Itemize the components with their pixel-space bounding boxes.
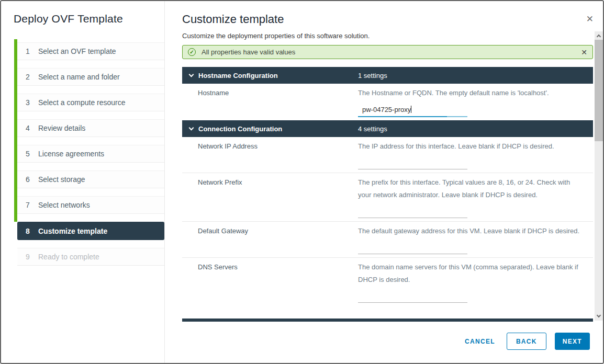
field-label: Default Gateway (182, 222, 358, 257)
form-row-default-gateway: Default GatewayThe default gateway addre… (182, 221, 593, 257)
section-title: Hostname Configuration (198, 72, 278, 79)
field-description: The Hostname or FQDN. The empty default … (358, 87, 583, 99)
chevron-up-icon (597, 35, 601, 39)
chevron-down-icon (597, 313, 601, 317)
banner-close-icon[interactable]: ✕ (581, 48, 587, 56)
footer-actions: CANCEL BACK NEXT (465, 333, 590, 350)
section-header-hostname-configuration[interactable]: Hostname Configuration1 settings (182, 67, 593, 84)
sidebar-step-customize-template[interactable]: 8Customize template (17, 222, 164, 240)
step-number: 9 (26, 253, 33, 261)
cancel-button[interactable]: CANCEL (465, 338, 495, 345)
progress-bar (14, 39, 17, 222)
close-icon[interactable]: ✕ (586, 14, 594, 25)
field-content: The IP address for this interface. Leave… (358, 137, 593, 173)
field-description: The IP address for this interface. Leave… (358, 140, 583, 153)
section-settings-count: 1 settings (358, 72, 387, 79)
sidebar-step-select-storage[interactable]: 6Select storage (17, 170, 164, 188)
field-content: The default gateway address for this VM.… (358, 222, 593, 257)
section-connection-configuration: Connection Configuration4 settingsNetwor… (182, 120, 593, 306)
network-ip-address-input[interactable] (358, 160, 467, 169)
text-caret (411, 106, 411, 113)
input-value: pw-04725-proxy (358, 104, 411, 116)
section-settings-count: 4 settings (358, 125, 387, 133)
vertical-scrollbar (595, 31, 603, 321)
sidebar-step-select-a-compute-resource[interactable]: 3Select a compute resource (17, 94, 164, 111)
step-number: 8 (26, 227, 33, 235)
field-description: The prefix for this interface. Typical v… (358, 176, 583, 201)
chevron-down-icon (189, 126, 194, 131)
step-number: 6 (26, 175, 33, 184)
sidebar-step-select-an-ovf-template[interactable]: 1Select an OVF template (17, 42, 164, 60)
step-label: Customize template (38, 227, 107, 235)
hostname-input[interactable]: pw-04725-proxy (358, 104, 467, 117)
section-title: Connection Configuration (198, 125, 282, 133)
main-header: Customize template Customize the deploym… (165, 1, 603, 40)
field-description: The default gateway address for this VM.… (358, 225, 583, 237)
field-content: The domain name servers for this VM (com… (358, 258, 593, 306)
check-circle-icon: ✓ (188, 48, 196, 56)
next-button[interactable]: NEXT (555, 333, 590, 350)
wizard-steps: 1Select an OVF template2Select a name an… (14, 42, 164, 266)
sidebar-step-select-networks[interactable]: 7Select networks (17, 196, 164, 214)
dns-servers-input[interactable] (358, 293, 467, 303)
chevron-down-icon (189, 72, 194, 77)
step-label: Select storage (38, 175, 85, 184)
scroll-down-button[interactable] (595, 312, 603, 321)
field-description: The domain name servers for this VM (com… (358, 261, 583, 286)
settings-scroll-area: ✓ All properties have valid values ✕ Hos… (182, 45, 593, 322)
scrollbar-thumb[interactable] (595, 40, 603, 141)
step-label: Select networks (38, 201, 90, 209)
scroll-up-button[interactable] (595, 31, 603, 40)
step-number: 1 (26, 47, 33, 55)
wizard-sidebar: Deploy OVF Template 1Select an OVF templ… (1, 1, 165, 363)
page-subtitle: Customize the deployment properties of t… (182, 32, 603, 40)
section-hostname-configuration: Hostname Configuration1 settingsHostname… (182, 67, 593, 120)
field-content: The Hostname or FQDN. The empty default … (358, 84, 593, 120)
form-row-dns-servers: DNS ServersThe domain name servers for t… (182, 257, 593, 306)
default-gateway-input[interactable] (358, 245, 467, 254)
step-number: 4 (26, 124, 33, 132)
step-label: Select a name and folder (38, 73, 120, 81)
field-content: The prefix for this interface. Typical v… (358, 173, 593, 221)
section-header-connection-configuration[interactable]: Connection Configuration4 settings (182, 120, 593, 137)
field-label: Hostname (182, 84, 358, 120)
form-row-hostname: HostnameThe Hostname or FQDN. The empty … (182, 84, 593, 120)
form-row-network-ip-address: Network IP AddressThe IP address for thi… (182, 137, 593, 173)
sidebar-step-ready-to-complete: 9Ready to complete (17, 248, 164, 266)
sidebar-step-license-agreements[interactable]: 5License agreements (17, 145, 164, 163)
field-label: Network Prefix (182, 173, 358, 221)
validation-banner-text: All properties have valid values (202, 48, 295, 56)
step-number: 7 (26, 201, 33, 209)
step-number: 5 (26, 150, 33, 158)
validation-banner: ✓ All properties have valid values ✕ (182, 45, 593, 59)
step-number: 2 (26, 73, 33, 81)
page-title: Customize template (182, 13, 603, 26)
dialog-title: Deploy OVF Template (14, 13, 164, 25)
form-row-network-prefix: Network PrefixThe prefix for this interf… (182, 173, 593, 221)
settings-sections: Hostname Configuration1 settingsHostname… (182, 67, 593, 306)
field-label: Network IP Address (182, 137, 358, 173)
main-panel: Customize template Customize the deploym… (165, 1, 603, 363)
sidebar-step-review-details[interactable]: 4Review details (17, 119, 164, 137)
field-label: DNS Servers (182, 258, 358, 306)
back-button[interactable]: BACK (507, 333, 546, 350)
network-prefix-input[interactable] (358, 209, 467, 218)
step-label: Select a compute resource (38, 98, 126, 107)
step-number: 3 (26, 98, 33, 107)
step-label: Select an OVF template (38, 47, 116, 55)
step-label: Ready to complete (38, 253, 99, 261)
step-label: License agreements (38, 150, 104, 158)
sidebar-step-select-a-name-and-folder[interactable]: 2Select a name and folder (17, 68, 164, 86)
step-label: Review details (38, 124, 85, 132)
deploy-ovf-template-dialog: Deploy OVF Template 1Select an OVF templ… (0, 0, 604, 364)
